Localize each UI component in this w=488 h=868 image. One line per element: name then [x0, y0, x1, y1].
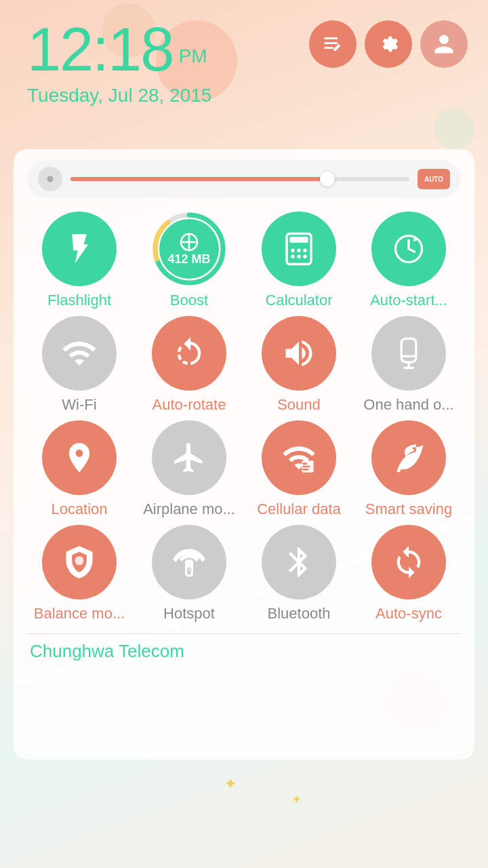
bluetooth-icon [262, 525, 336, 599]
clock-ampm: PM [179, 45, 207, 66]
brightness-thumb [320, 172, 335, 186]
grid-item-balance[interactable]: Balance mo... [27, 525, 131, 623]
balance-icon [42, 525, 117, 599]
wifi-icon [42, 316, 117, 391]
grid-item-wifi[interactable]: Wi-Fi [27, 316, 131, 414]
boost-inner: 412 MB [159, 219, 219, 279]
grid-item-boost[interactable]: 412 MB Boost [137, 212, 241, 309]
boost-mb: 412 MB [167, 253, 210, 267]
onehand-icon [371, 316, 446, 391]
svg-point-10 [303, 249, 306, 252]
quick-settings-grid: Flashlight 412 MB Boost Calculator [27, 212, 461, 623]
svg-point-17 [75, 556, 84, 565]
svg-rect-7 [290, 237, 308, 243]
boost-ring-wrapper: 412 MB [152, 212, 226, 286]
airplane-label: Airplane mo... [143, 500, 235, 518]
balance-label: Balance mo... [34, 605, 125, 623]
location-icon [42, 420, 117, 495]
grid-item-smartsaving[interactable]: Smart saving [357, 420, 461, 518]
clock-time: 12:18 PM [27, 15, 211, 85]
grid-item-autosync[interactable]: Auto-sync [357, 525, 461, 623]
grid-item-flashlight[interactable]: Flashlight [27, 212, 131, 309]
grid-item-autorotate[interactable]: Auto-rotate [137, 316, 241, 414]
header-buttons [309, 20, 468, 68]
cellular-label: Cellular data [257, 500, 341, 518]
carrier-name: Chunghwa Telecom [27, 641, 461, 662]
flashlight-label: Flashlight [47, 292, 111, 309]
grid-item-hotspot[interactable]: Hotspot [137, 525, 241, 623]
edit-button[interactable] [309, 20, 357, 68]
calculator-label: Calculator [265, 292, 332, 309]
svg-point-13 [303, 255, 306, 258]
grid-item-bluetooth[interactable]: Bluetooth [247, 525, 351, 623]
smartsaving-icon [371, 420, 446, 495]
grid-item-location[interactable]: Location [27, 420, 131, 518]
grid-item-airplane[interactable]: Airplane mo... [137, 420, 241, 518]
settings-button[interactable] [365, 20, 412, 68]
grid-item-onehand[interactable]: One hand o... [357, 316, 461, 414]
autostart-label: Auto-start... [370, 292, 447, 309]
autorotate-label: Auto-rotate [152, 396, 226, 414]
svg-point-11 [291, 255, 294, 258]
grid-item-calculator[interactable]: Calculator [247, 212, 351, 309]
brightness-icon [38, 167, 62, 191]
smartsaving-label: Smart saving [365, 500, 452, 518]
svg-rect-15 [401, 338, 416, 362]
brightness-track[interactable] [70, 177, 409, 181]
autosync-label: Auto-sync [375, 605, 442, 623]
autorotate-icon [152, 316, 226, 391]
calculator-icon [262, 212, 336, 286]
autostart-icon [371, 212, 446, 286]
onehand-label: One hand o... [363, 396, 453, 414]
svg-rect-1 [324, 42, 338, 44]
main-panel: AUTO Flashlight 412 MB Boost [14, 149, 474, 760]
svg-rect-2 [324, 47, 333, 49]
hotspot-label: Hotspot [163, 605, 215, 623]
clock-date: Tuesday, Jul 28, 2015 [27, 85, 211, 106]
hotspot-icon [152, 525, 226, 599]
clock-area: 12:18 PM Tuesday, Jul 28, 2015 [27, 15, 211, 106]
brightness-auto-button[interactable]: AUTO [418, 169, 450, 189]
airplane-icon [152, 420, 226, 495]
svg-rect-0 [324, 37, 338, 39]
sound-label: Sound [277, 396, 321, 414]
divider [27, 633, 461, 634]
svg-point-12 [297, 255, 300, 258]
autosync-icon [371, 525, 446, 599]
cellular-icon [262, 420, 336, 495]
grid-item-autostart[interactable]: Auto-start... [357, 212, 461, 309]
flashlight-icon [42, 212, 117, 286]
svg-point-9 [297, 249, 300, 252]
location-label: Location [51, 500, 107, 518]
sound-icon [262, 316, 336, 391]
bluetooth-label: Bluetooth [268, 605, 331, 623]
grid-item-sound[interactable]: Sound [247, 316, 351, 414]
profile-button[interactable] [420, 20, 468, 68]
brightness-row[interactable]: AUTO [27, 160, 461, 198]
wifi-label: Wi-Fi [62, 396, 96, 414]
brightness-fill [70, 177, 335, 181]
boost-label: Boost [170, 292, 208, 309]
svg-point-8 [291, 249, 294, 252]
grid-item-cellular[interactable]: Cellular data [247, 420, 351, 518]
